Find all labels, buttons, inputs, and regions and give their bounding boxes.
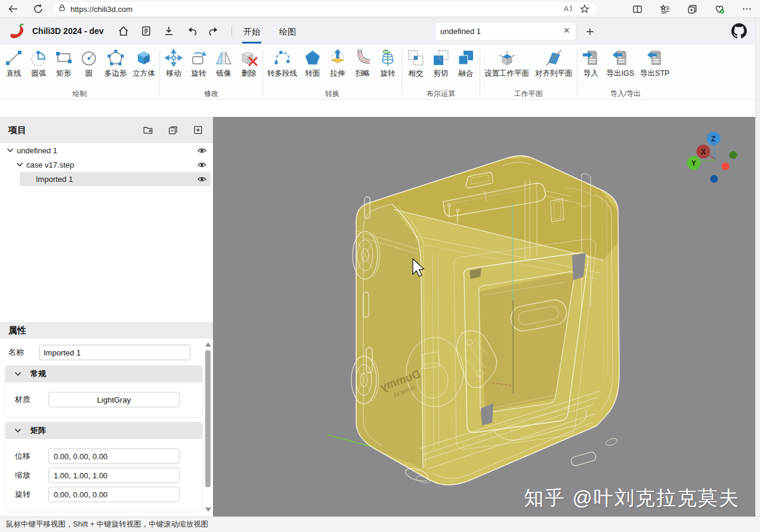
ribbon-button-extrude[interactable]: 拉伸 (325, 47, 350, 80)
svg-text:X: X (701, 148, 706, 156)
ribbon-button-rect[interactable]: 矩形 (51, 47, 76, 80)
ribbon-button-label: 设置工作平面 (484, 69, 529, 79)
new-document-icon[interactable] (583, 25, 597, 38)
chevron-down-icon[interactable] (6, 146, 14, 154)
project-panel-title: 项目 (8, 125, 143, 136)
ribbon-button-label: 旋转 (191, 69, 206, 79)
axis-ball-neg-x[interactable] (722, 163, 730, 171)
chili-logo-icon (8, 23, 26, 41)
axis-ball-neg-z[interactable] (710, 175, 718, 183)
tree-item-imported-1[interactable]: Imported 1 (0, 172, 213, 186)
rect-icon (54, 48, 73, 67)
ribbon-button-exportstp[interactable]: 导出STP (637, 47, 672, 80)
status-hint-text: 鼠标中键平移视图，Shift + 中键旋转视图，中键滚动缩放视图 (6, 519, 208, 530)
ribbon-button-sweep[interactable]: 扫略 (350, 47, 375, 80)
sweep-icon (353, 48, 372, 67)
chevron-down-icon (14, 426, 22, 435)
tree-item-undefined-1[interactable]: undefined 1 (0, 143, 213, 157)
ribbon-button-label: 移动 (166, 69, 181, 79)
ribbon-button-label: 矩形 (57, 69, 72, 79)
tab-draw[interactable]: 绘图 (278, 26, 297, 44)
download-icon[interactable] (162, 24, 175, 38)
browser-essentials-icon[interactable] (711, 2, 728, 16)
scroll-down-icon[interactable] (205, 508, 211, 512)
tree-indent (25, 175, 33, 183)
ribbon-button-line[interactable]: 直线 (1, 47, 26, 80)
refresh-icon[interactable] (30, 2, 47, 16)
ribbon-button-workplane[interactable]: 设置工作平面 (481, 47, 532, 80)
ribbon-button-revolve[interactable]: 旋转 (375, 47, 400, 80)
property-section-header[interactable]: 矩阵 (5, 422, 202, 439)
ribbon-button-mirror[interactable]: 镜像 (211, 47, 236, 80)
ribbon-button-label: 圆弧 (32, 69, 47, 79)
read-aloud-icon[interactable]: A (560, 2, 576, 16)
more-options-icon[interactable] (739, 2, 755, 16)
workplane-icon (498, 48, 517, 67)
watermark-text: 知乎 @叶刘克拉克莫夫 (524, 485, 740, 512)
ribbon-button-toface[interactable]: 转面 (300, 47, 325, 80)
home-icon[interactable] (117, 24, 130, 38)
redo-icon[interactable] (208, 24, 221, 38)
ribbon-button-circle[interactable]: 圆 (76, 47, 101, 80)
property-field-value[interactable]: 0.00, 0.00, 0.00 (48, 487, 180, 502)
scroll-up-icon[interactable] (205, 342, 211, 347)
ribbon-button-rotate[interactable]: 旋转 (186, 47, 211, 80)
ribbon-tabs: 开始 绘图 (242, 26, 297, 44)
back-icon[interactable] (5, 2, 21, 16)
ribbon-button-polygon[interactable]: 多边形 (101, 47, 130, 80)
ribbon-button-exportigs[interactable]: 导出IGS (604, 47, 638, 80)
axis-ball-neg-y[interactable] (730, 151, 737, 159)
axis-ball-x[interactable]: X (697, 145, 710, 159)
ribbon-button-label: 导出STP (640, 69, 669, 79)
undo-icon[interactable] (185, 24, 198, 38)
tab-start[interactable]: 开始 (242, 26, 261, 44)
document-tab[interactable]: undefined 1 (435, 23, 576, 40)
axis-ball-y[interactable]: Y (687, 156, 701, 170)
ribbon-button-label: 直线 (7, 69, 21, 79)
browser-scrollbar[interactable] (755, 18, 760, 516)
properties-scrollbar[interactable] (205, 342, 212, 512)
ribbon-button-arc[interactable]: 圆弧 (26, 47, 51, 80)
svg-text:Z: Z (711, 135, 715, 143)
ribbon-button-cut[interactable]: 剪切 (428, 47, 453, 80)
close-icon[interactable] (563, 26, 571, 37)
ribbon-button-import[interactable]: 导入 (579, 47, 604, 80)
eye-icon[interactable] (197, 160, 207, 170)
new-folder-icon[interactable] (143, 125, 153, 135)
favorites-bar-icon[interactable] (656, 2, 673, 16)
property-section-header[interactable]: 常规 (5, 366, 202, 382)
ribbon-button-box[interactable]: 立方体 (130, 47, 159, 80)
name-input[interactable] (39, 345, 190, 360)
property-field-label: 材质 (5, 394, 48, 405)
axis-ball-z[interactable]: Z (707, 132, 721, 146)
favorite-star-icon[interactable] (576, 2, 593, 16)
ribbon-button-intersect[interactable]: 相交 (403, 47, 428, 80)
ribbon-button-fuse[interactable]: 融合 (453, 47, 478, 80)
ribbon-button-alignplane[interactable]: 对齐到平面 (532, 47, 576, 80)
name-field-label: 名称 (0, 347, 39, 358)
address-bar[interactable]: https://chili3d.com A (52, 2, 597, 16)
github-icon[interactable] (731, 23, 747, 39)
ribbon-button-label: 拉伸 (330, 69, 345, 79)
ribbon-group: 直线圆弧矩形圆多边形立方体绘制 (1, 45, 158, 99)
viewport-3d[interactable]: Dummy Robot v1 Z X Y 知乎 @叶刘克拉克莫夫 (213, 117, 755, 516)
orientation-gizmo[interactable]: Z X Y (672, 129, 750, 194)
ribbon-button-move[interactable]: 移动 (161, 47, 186, 80)
chevron-down-icon[interactable] (16, 160, 24, 169)
ribbon-button-delete[interactable]: 删除 (236, 47, 261, 80)
tree-item-case-v17.step[interactable]: case v17.step (0, 157, 213, 172)
eye-icon[interactable] (197, 174, 207, 184)
save-icon[interactable] (140, 24, 153, 38)
scrollbar-thumb[interactable] (205, 350, 211, 487)
property-field-value[interactable]: LightGray (48, 392, 180, 407)
expand-all-icon[interactable] (193, 125, 203, 135)
eye-icon[interactable] (197, 146, 207, 156)
properties-panel: 属性 名称 常规材质LightGray矩阵位移0.00, 0.00, 0.00缩… (0, 322, 213, 525)
split-screen-icon[interactable] (629, 2, 645, 16)
property-field-value[interactable]: 1.00, 1.00, 1.00 (48, 468, 180, 483)
collapse-all-icon[interactable] (168, 125, 178, 135)
ribbon-button-topolyline[interactable]: 转多段线 (264, 47, 300, 80)
collections-icon[interactable] (684, 2, 700, 16)
ribbon-group-divider (159, 50, 160, 95)
property-field-value[interactable]: 0.00, 0.00, 0.00 (48, 449, 180, 464)
